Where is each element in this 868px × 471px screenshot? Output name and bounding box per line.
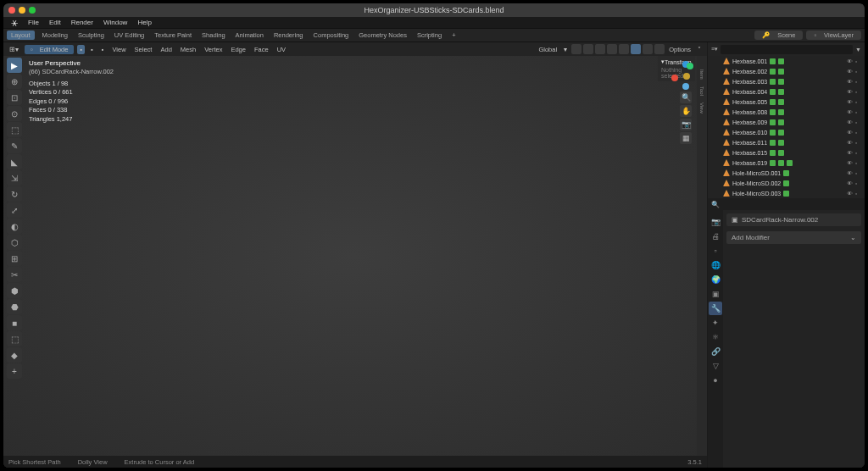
add-modifier-button[interactable]: Add Modifier⌄ <box>726 231 861 244</box>
tool-18[interactable]: ◆ <box>7 347 22 363</box>
disable-icon[interactable]: ▫ <box>855 109 861 115</box>
menu-mesh[interactable]: Mesh <box>178 46 198 53</box>
npanel-item[interactable]: Item <box>699 68 704 81</box>
disable-icon[interactable]: ▫ <box>855 180 861 186</box>
axis-x-icon[interactable] <box>671 75 678 81</box>
workspace-add[interactable]: + <box>449 31 458 39</box>
outliner-item[interactable]: Hole-MicroSD.002👁▫ <box>708 178 865 188</box>
navigation-gizmo[interactable] <box>671 61 700 90</box>
disable-icon[interactable]: ▫ <box>855 140 861 146</box>
menu-face[interactable]: Face <box>252 46 271 53</box>
workspace-texpaint[interactable]: Texture Paint <box>152 31 194 39</box>
props-breadcrumb[interactable]: ▣ SDCardRack-Narrow.002 <box>726 213 861 226</box>
axis-neg-icon[interactable] <box>683 73 690 80</box>
ptab-object[interactable]: ▣ <box>709 287 722 301</box>
zoom-icon[interactable]: 🔍 <box>680 91 692 103</box>
visibility-icon[interactable]: 👁 <box>847 150 853 156</box>
tool-12[interactable]: ⊞ <box>7 251 22 266</box>
ptab-material[interactable]: ● <box>709 374 722 387</box>
maximize-window-button[interactable] <box>29 7 36 14</box>
disable-icon[interactable]: ▫ <box>855 58 861 64</box>
overlay-toggle[interactable] <box>595 44 605 54</box>
menu-uv[interactable]: UV <box>275 46 288 53</box>
outliner-item[interactable]: Hexbase.003👁▫ <box>708 76 865 86</box>
visibility-icon[interactable]: 👁 <box>847 130 853 136</box>
viewlayer-selector[interactable]: ▫ViewLayer <box>806 30 861 40</box>
viewport-options[interactable]: Options <box>666 46 693 53</box>
ptab-output[interactable]: 🖨 <box>709 230 722 243</box>
tool-6[interactable]: ◣ <box>7 154 22 169</box>
workspace-layout[interactable]: Layout <box>7 30 35 40</box>
npanel-view[interactable]: View <box>699 101 704 115</box>
menu-file[interactable]: File <box>24 19 43 26</box>
disable-icon[interactable]: ▫ <box>855 191 861 197</box>
outliner-item[interactable]: Hole-MicroSD.001👁▫ <box>708 168 865 178</box>
menu-select[interactable]: Select <box>132 46 155 53</box>
outliner-search[interactable] <box>721 45 853 54</box>
editor-type-icon[interactable]: ⊞▾ <box>7 46 21 53</box>
workspace-scripting[interactable]: Scripting <box>415 31 444 39</box>
tool-13[interactable]: ✂ <box>7 267 22 282</box>
ptab-constraints[interactable]: 🔗 <box>709 345 722 358</box>
outliner[interactable]: Hexbase.001👁▫Hexbase.002👁▫Hexbase.003👁▫H… <box>708 56 865 198</box>
outliner-item[interactable]: Hexbase.002👁▫ <box>708 66 865 76</box>
menu-edit[interactable]: Edit <box>45 19 65 26</box>
visibility-icon[interactable]: 👁 <box>847 119 853 125</box>
ptab-physics[interactable]: ⚛ <box>709 330 722 344</box>
tool-5[interactable]: ✎ <box>7 138 22 153</box>
select-mode-edge[interactable]: ▪ <box>88 46 96 53</box>
perspective-icon[interactable]: ▦ <box>680 132 692 144</box>
tool-16[interactable]: ■ <box>7 315 22 330</box>
ptab-render[interactable]: 📷 <box>709 215 722 229</box>
npanel-tool[interactable]: Tool <box>699 85 704 97</box>
xray-toggle[interactable] <box>607 44 617 54</box>
visibility-icon[interactable]: 👁 <box>847 69 853 75</box>
camera-icon[interactable]: 📷 <box>680 119 692 130</box>
workspace-uv[interactable]: UV Editing <box>112 31 147 39</box>
disable-icon[interactable]: ▫ <box>855 89 861 95</box>
axis-down-icon[interactable] <box>682 83 689 90</box>
select-mode-face[interactable]: ▪ <box>99 46 107 53</box>
select-mode-vertex[interactable]: ▪ <box>77 45 85 54</box>
visibility-icon[interactable]: 👁 <box>847 191 853 197</box>
shading-rendered[interactable] <box>654 44 665 54</box>
outliner-filter-bar[interactable]: 🔍 <box>708 198 865 210</box>
ptab-modifier[interactable]: 🔧 <box>709 302 722 315</box>
disable-icon[interactable]: ▫ <box>855 150 861 156</box>
disable-icon[interactable]: ▫ <box>855 69 861 75</box>
tool-10[interactable]: ◐ <box>7 219 22 234</box>
disable-icon[interactable]: ▫ <box>855 130 861 136</box>
workspace-sculpting[interactable]: Sculpting <box>75 31 107 39</box>
visibility-icon[interactable]: 👁 <box>847 170 853 176</box>
tool-2[interactable]: ⊡ <box>7 90 22 105</box>
outliner-filter-icon[interactable]: ▼ <box>855 47 861 53</box>
visibility-icon[interactable]: 👁 <box>847 140 853 146</box>
proportional-toggle[interactable] <box>583 44 593 54</box>
ptab-viewlayer[interactable]: ▫ <box>709 244 722 258</box>
visibility-icon[interactable]: 👁 <box>847 58 853 64</box>
outliner-type-icon[interactable]: ≡▾ <box>711 46 718 53</box>
visibility-icon[interactable]: 👁 <box>847 180 853 186</box>
menu-render[interactable]: Render <box>67 19 97 26</box>
visibility-icon[interactable]: 👁 <box>847 160 853 166</box>
tool-15[interactable]: ⬣ <box>7 299 22 314</box>
shading-wireframe[interactable] <box>619 44 629 54</box>
outliner-item[interactable]: Hexbase.010👁▫ <box>708 127 865 137</box>
outliner-item[interactable]: Hexbase.015👁▫ <box>708 147 865 158</box>
visibility-icon[interactable]: 👁 <box>847 109 853 115</box>
outliner-item[interactable]: Hexbase.019👁▫ <box>708 158 865 168</box>
menu-edge[interactable]: Edge <box>228 46 248 53</box>
shading-material[interactable] <box>643 44 653 54</box>
snap-toggle[interactable] <box>571 44 581 54</box>
tool-14[interactable]: ⬢ <box>7 283 22 298</box>
disable-icon[interactable]: ▫ <box>855 160 861 166</box>
viewport-3d[interactable]: ▶⊕⊡⊙⬚✎◣⇲↻⤢◐⬡⊞✂⬢⬣■⬚◆+ User Perspective (6… <box>3 56 707 456</box>
tool-8[interactable]: ↻ <box>7 186 22 202</box>
tool-9[interactable]: ⤢ <box>7 202 22 218</box>
close-window-button[interactable] <box>8 7 15 14</box>
outliner-item[interactable]: Hexbase.004👁▫ <box>708 86 865 97</box>
workspace-compositing[interactable]: Compositing <box>311 31 352 39</box>
visibility-icon[interactable]: 👁 <box>847 89 853 95</box>
menu-view[interactable]: View <box>109 46 128 53</box>
mode-selector[interactable]: ▫Edit Mode <box>25 45 74 54</box>
